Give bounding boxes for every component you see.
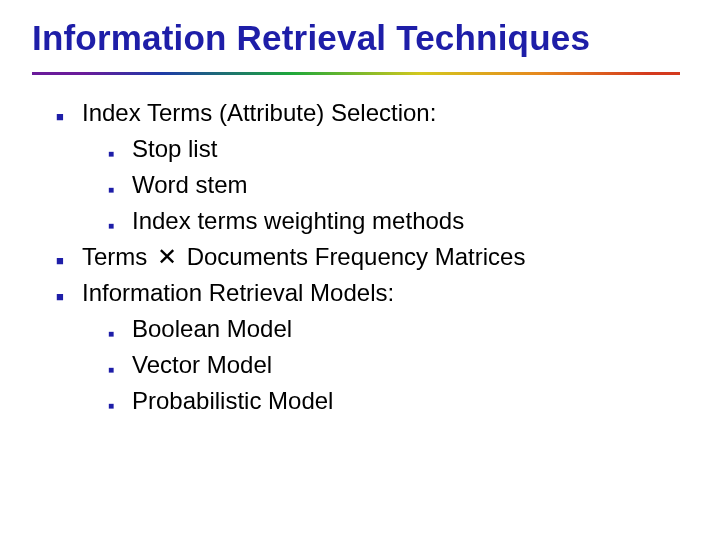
slide-body: ■ Index Terms (Attribute) Selection: ■ S… bbox=[56, 95, 680, 419]
sublist: ■ Boolean Model ■ Vector Model ■ Probabi… bbox=[108, 311, 680, 419]
list-item: ■ Terms ✕ Documents Frequency Matrices bbox=[56, 239, 680, 275]
square-bullet-icon: ■ bbox=[108, 326, 132, 341]
square-bullet-icon: ■ bbox=[56, 251, 82, 271]
item-text: Probabilistic Model bbox=[132, 383, 333, 419]
square-bullet-icon: ■ bbox=[108, 146, 132, 161]
item-text-post: Documents Frequency Matrices bbox=[180, 243, 525, 270]
list-item: ■ Word stem bbox=[108, 167, 680, 203]
list-item: ■ Index terms weighting methods bbox=[108, 203, 680, 239]
item-text: Vector Model bbox=[132, 347, 272, 383]
list-item: ■ Probabilistic Model bbox=[108, 383, 680, 419]
list-item: ■ Boolean Model bbox=[108, 311, 680, 347]
square-bullet-icon: ■ bbox=[108, 398, 132, 413]
item-text: Word stem bbox=[132, 167, 248, 203]
square-bullet-icon: ■ bbox=[56, 107, 82, 127]
item-text-pre: Terms bbox=[82, 243, 154, 270]
item-text: Stop list bbox=[132, 131, 217, 167]
item-text: Boolean Model bbox=[132, 311, 292, 347]
list-item: ■ Information Retrieval Models: bbox=[56, 275, 680, 311]
slide-title: Information Retrieval Techniques bbox=[32, 18, 688, 58]
square-bullet-icon: ■ bbox=[108, 182, 132, 197]
item-text: Index Terms (Attribute) Selection: bbox=[82, 95, 436, 131]
slide: Information Retrieval Techniques ■ Index… bbox=[0, 0, 720, 540]
square-bullet-icon: ■ bbox=[108, 218, 132, 233]
square-bullet-icon: ■ bbox=[108, 362, 132, 377]
list-item: ■ Index Terms (Attribute) Selection: bbox=[56, 95, 680, 131]
times-icon: ✕ bbox=[157, 239, 177, 275]
list-item: ■ Vector Model bbox=[108, 347, 680, 383]
item-text: Index terms weighting methods bbox=[132, 203, 464, 239]
title-underline bbox=[32, 72, 680, 75]
list-item: ■ Stop list bbox=[108, 131, 680, 167]
item-text: Information Retrieval Models: bbox=[82, 275, 394, 311]
square-bullet-icon: ■ bbox=[56, 287, 82, 307]
item-text: Terms ✕ Documents Frequency Matrices bbox=[82, 239, 525, 275]
sublist: ■ Stop list ■ Word stem ■ Index terms we… bbox=[108, 131, 680, 239]
